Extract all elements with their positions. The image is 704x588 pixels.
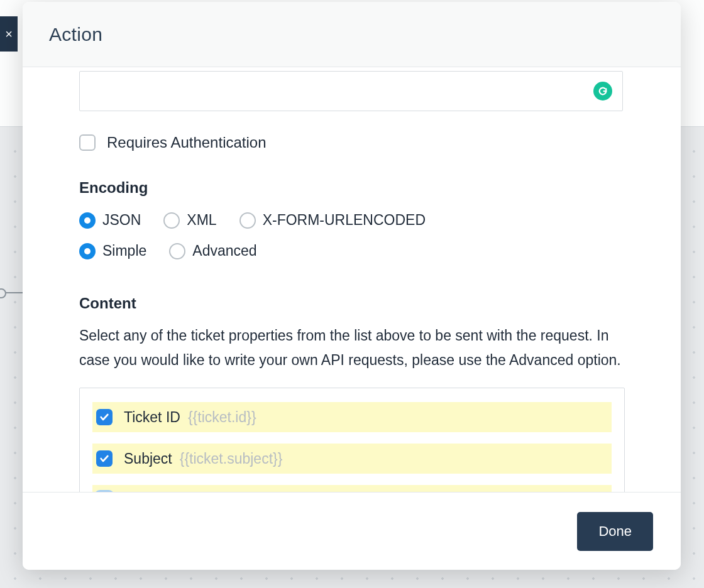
done-button[interactable]: Done xyxy=(577,512,653,551)
close-icon: × xyxy=(5,27,13,41)
property-checkbox[interactable] xyxy=(96,409,113,425)
radio-label: XML xyxy=(187,212,216,229)
modal-title: Action xyxy=(49,24,102,45)
requires-auth-label: Requires Authentication xyxy=(107,134,267,151)
property-row-subject: Subject {{ticket.subject}} xyxy=(92,444,612,474)
properties-list: Ticket ID {{ticket.id}} Subject {{ticket… xyxy=(79,388,625,492)
grammarly-icon[interactable] xyxy=(593,82,612,101)
radio-icon xyxy=(239,212,256,229)
property-label: Ticket ID xyxy=(124,409,180,426)
modal-footer: Done xyxy=(23,492,681,570)
property-row-ticket-id: Ticket ID {{ticket.id}} xyxy=(92,402,612,432)
radio-label: JSON xyxy=(102,212,141,229)
radio-label: Advanced xyxy=(192,242,256,259)
encoding-option-xform[interactable]: X-FORM-URLENCODED xyxy=(239,212,426,229)
modal-header: Action xyxy=(23,2,681,67)
requires-auth-row: Requires Authentication xyxy=(79,134,624,151)
radio-icon xyxy=(79,243,96,259)
encoding-option-xml[interactable]: XML xyxy=(163,212,216,229)
property-checkbox[interactable] xyxy=(96,450,113,467)
connector-line xyxy=(0,292,23,293)
requires-auth-checkbox[interactable] xyxy=(79,134,96,151)
property-variable: {{ticket.subject}} xyxy=(180,450,283,467)
radio-icon xyxy=(79,212,96,229)
property-variable: {{ticket.id}} xyxy=(188,409,256,426)
content-description: Select any of the ticket properties from… xyxy=(79,324,624,373)
radio-icon xyxy=(163,212,180,229)
radio-label: X-FORM-URLENCODED xyxy=(263,212,426,229)
mode-option-advanced[interactable]: Advanced xyxy=(169,242,256,259)
encoding-radio-group: JSON XML X-FORM-URLENCODED Simple xyxy=(79,212,624,259)
content-heading: Content xyxy=(79,295,624,312)
encoding-option-json[interactable]: JSON xyxy=(79,212,141,229)
close-button[interactable]: × xyxy=(0,16,18,52)
action-modal: Action Requires Authentication Encoding … xyxy=(23,2,681,570)
radio-label: Simple xyxy=(102,242,146,259)
radio-icon xyxy=(169,243,185,259)
property-label: Subject xyxy=(124,450,172,467)
encoding-heading: Encoding xyxy=(79,179,624,197)
modal-body: Requires Authentication Encoding JSON XM… xyxy=(23,67,681,492)
property-row-description: Description {{ticket.description}} xyxy=(92,485,612,492)
url-input[interactable] xyxy=(79,71,623,111)
mode-option-simple[interactable]: Simple xyxy=(79,242,146,259)
